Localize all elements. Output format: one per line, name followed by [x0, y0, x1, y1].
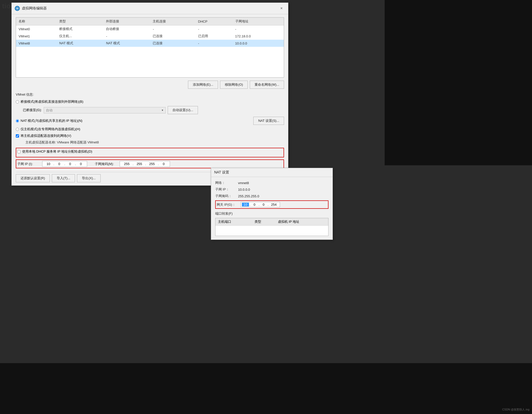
table-row-empty: [16, 62, 284, 70]
adapter-name-value: VMware 网络适配器 VMnet8: [57, 140, 99, 144]
subnet-mask-input: . . .: [120, 161, 170, 167]
row-subnet: 10.0.0.0: [233, 40, 284, 47]
row-type: 仅主机...: [57, 33, 103, 40]
connect-adapter-checkbox[interactable]: [16, 134, 19, 138]
col-header-type: 类型: [57, 18, 103, 25]
row-subnet: -: [233, 25, 284, 33]
row-name: VMnet0: [16, 25, 57, 33]
dhcp-checkbox[interactable]: [17, 150, 21, 153]
bridged-to-label: 已桥接至(G):: [23, 108, 42, 112]
subnet-mask-group: 子网掩码(M): . . .: [95, 161, 170, 167]
nat-gateway-ip-input: . . .: [241, 202, 280, 207]
host-only-radio[interactable]: [16, 128, 19, 131]
bridged-to-row: 已桥接至(G): 自动 自动设置(U)...: [23, 106, 284, 114]
table-row[interactable]: VMnet0 桥接模式 自动桥接 - - -: [16, 25, 284, 33]
ip-sep-3: .: [74, 162, 76, 166]
nat-subnet-mask-label: 子网掩码：: [215, 194, 238, 198]
row-dhcp: -: [196, 40, 233, 47]
table-row-empty: [16, 70, 284, 77]
gateway-ip-octet3[interactable]: [260, 203, 267, 206]
bridged-to-select[interactable]: 自动: [44, 107, 166, 113]
add-network-button[interactable]: 添加网络(E)...: [188, 81, 218, 89]
bridge-mode-row: 桥接模式(将虚拟机直接连接到外部网络)(B): [16, 99, 284, 104]
row-external: NAT 模式: [103, 40, 150, 47]
remove-network-button[interactable]: 移除网络(O): [220, 81, 248, 89]
nat-mode-label: NAT 模式(与虚拟机共享主机的 IP 地址)(N): [21, 119, 82, 123]
table-row[interactable]: VMnet1 仅主机... - 已连接 已启用 172.18.0.0: [16, 33, 284, 40]
gateway-ip-octet2[interactable]: [251, 203, 258, 206]
col-header-external: 外部连接: [103, 18, 150, 25]
auto-settings-button[interactable]: 自动设置(U)...: [168, 106, 198, 114]
subnet-ip-octet4[interactable]: [76, 162, 85, 166]
dhcp-row: 使用本地 DHCP 服务将 IP 地址分配给虚拟机(D): [17, 149, 283, 154]
subnet-ip-group: 子网 IP (I): . . .: [17, 161, 87, 167]
vmnet-info-label: VMnet 信息:: [16, 92, 284, 97]
row-host: -: [150, 25, 195, 33]
subnet-ip-octet1[interactable]: [44, 162, 53, 166]
rename-network-button[interactable]: 重命名网络(W)...: [250, 81, 284, 89]
row-name: VMnet1: [16, 33, 57, 40]
dhcp-checkbox-box: 使用本地 DHCP 服务将 IP 地址分配给虚拟机(D): [16, 148, 284, 157]
row-type: NAT 模式: [57, 40, 103, 47]
adapter-name-key: 主机虚拟适配器名称:: [25, 140, 56, 144]
bridged-to-dropdown-wrapper: 自动: [44, 107, 166, 113]
connect-adapter-label: 将主机虚拟适配器连接到此网络(V): [21, 134, 71, 138]
subnet-mask-label: 子网掩码(M):: [95, 162, 118, 166]
nat-subnet-ip-value: 10.0.0.0: [238, 188, 250, 191]
col-header-subnet: 子网地址: [233, 18, 284, 25]
gateway-ip-octet1[interactable]: [242, 203, 249, 206]
subnet-ip-octet3[interactable]: [66, 162, 74, 166]
mask-sep-1: .: [132, 162, 134, 166]
nat-settings-button[interactable]: NAT 设置(S)...: [253, 117, 284, 125]
row-subnet: 172.18.0.0: [233, 33, 284, 40]
nat-gateway-row: 网关 IP(G)： . . .: [215, 200, 328, 209]
port-col-host: 主机端口: [215, 218, 252, 226]
row-external: 自动桥接: [103, 25, 150, 33]
close-button[interactable]: ×: [278, 5, 285, 12]
port-col-vm-ip: 虚拟机 IP 地址: [275, 218, 328, 226]
table-row-empty: [16, 54, 284, 62]
row-host: 已连接: [150, 40, 195, 47]
port-table-header-row: 主机端口 类型 虚拟机 IP 地址: [215, 218, 328, 226]
subnet-mask-octet3[interactable]: [147, 162, 157, 166]
port-col-type: 类型: [252, 218, 275, 226]
table-row-empty: [16, 47, 284, 54]
nat-subnet-mask-row: 子网掩码： 255.255.255.0: [215, 194, 328, 198]
gateway-ip-octet4[interactable]: [269, 203, 279, 206]
dialog-icon: [15, 6, 20, 11]
bridge-mode-radio[interactable]: [16, 100, 19, 104]
subnet-mask-octet4[interactable]: [159, 162, 168, 166]
host-only-label: 仅主机模式(在专用网络内连接虚拟机)(H): [21, 127, 80, 131]
nat-subnet-mask-value: 255.255.255.0: [238, 194, 259, 198]
ip-sep-2: .: [64, 162, 66, 166]
gw-sep-1: .: [249, 203, 251, 206]
table-header-row: 名称 类型 外部连接 主机连接 DHCP 子网地址: [16, 18, 284, 25]
connect-adapter-row: 将主机虚拟适配器连接到此网络(V): [16, 134, 284, 138]
subnet-ip-octet2[interactable]: [55, 162, 64, 166]
nat-mode-row: NAT 模式(与虚拟机共享主机的 IP 地址)(N) NAT 设置(S)...: [16, 117, 284, 125]
row-type: 桥接模式: [57, 25, 103, 33]
nat-network-value: vmnet8: [238, 181, 249, 185]
nat-network-label: 网络：: [215, 181, 238, 185]
dialog-body: 名称 类型 外部连接 主机连接 DHCP 子网地址 VMnet0 桥接模式 自动…: [12, 14, 288, 185]
nat-panel-body: 网络： vmnet8 子网 IP： 10.0.0.0 子网掩码： 255.255…: [211, 177, 333, 240]
import-button[interactable]: 导入(T)...: [52, 174, 75, 182]
dialog-titlebar: 虚拟网络编辑器 ×: [12, 3, 288, 14]
col-header-dhcp: DHCP: [196, 18, 233, 25]
nat-network-row: 网络： vmnet8: [215, 181, 328, 185]
port-table-container: 主机端口 类型 虚拟机 IP 地址: [215, 218, 328, 236]
export-button[interactable]: 导出(X)...: [77, 174, 100, 182]
nat-mode-radio[interactable]: [16, 119, 19, 123]
subnet-mask-octet1[interactable]: [121, 162, 132, 166]
subnet-ip-label: 子网 IP (I):: [17, 162, 40, 166]
mask-sep-3: .: [157, 162, 159, 166]
restore-defaults-button[interactable]: 还原默认设置(R): [16, 174, 50, 182]
table-row-selected[interactable]: VMnet8 NAT 模式 NAT 模式 已连接 - 10.0.0.0: [16, 40, 284, 47]
dhcp-label: 使用本地 DHCP 服务将 IP 地址分配给虚拟机(D): [22, 149, 92, 154]
ip-sep-1: .: [53, 162, 55, 166]
row-dhcp: -: [196, 25, 233, 33]
subnet-mask-octet2[interactable]: [134, 162, 145, 166]
subnet-ip-input: . . .: [42, 161, 87, 167]
nat-gateway-label: 网关 IP(G)：: [217, 202, 240, 207]
dialog-title: 虚拟网络编辑器: [22, 6, 47, 11]
